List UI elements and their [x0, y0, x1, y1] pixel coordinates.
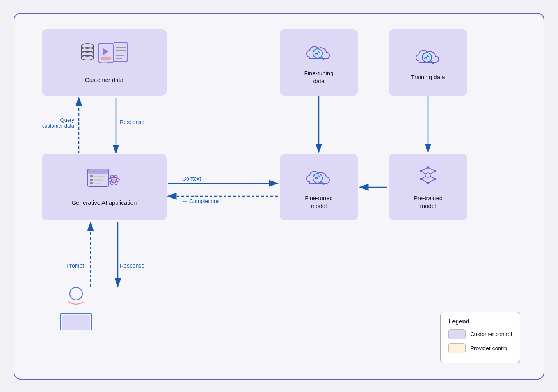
svg-rect-51 [62, 315, 90, 330]
gen-ai-app-label: Generative AI application [72, 199, 137, 207]
svg-rect-28 [94, 179, 103, 181]
legend-provider-box [448, 343, 466, 353]
legend-provider-item: Provider control [448, 343, 512, 353]
svg-rect-21 [87, 169, 109, 174]
response-top-label: Response [120, 119, 144, 125]
fine-tuned-model-node: Fine-tunedmodel [280, 154, 358, 220]
svg-point-47 [420, 178, 422, 180]
completions-label: ← Completions [182, 198, 220, 204]
svg-rect-26 [94, 176, 105, 177]
fine-tuned-model-icon [305, 165, 332, 191]
legend-customer-box [448, 329, 466, 339]
user-figure [57, 287, 103, 330]
legend: Legend Customer control Provider control [440, 312, 520, 363]
training-data-node: Training data [389, 29, 467, 96]
svg-rect-29 [90, 182, 93, 184]
legend-provider-label: Provider control [470, 345, 508, 351]
svg-point-49 [70, 287, 82, 300]
legend-title: Legend [448, 318, 512, 325]
svg-point-48 [420, 170, 422, 172]
prompt-label: Prompt [66, 263, 84, 269]
svg-point-23 [91, 170, 93, 172]
svg-rect-8 [101, 57, 111, 60]
fine-tuning-data-node: Fine-tuningdata [280, 29, 358, 96]
fine-tuning-data-icon [305, 41, 332, 66]
svg-point-46 [427, 182, 429, 184]
customer-data-label: Customer data [85, 76, 123, 84]
pre-trained-model-node: Pre-trainedmodel [389, 154, 467, 220]
svg-point-44 [434, 170, 436, 172]
gen-ai-app-node: Generative AI application [42, 154, 167, 220]
context-label: Context → [182, 176, 208, 182]
pre-trained-model-label: Pre-trainedmodel [414, 194, 442, 209]
training-data-label: Training data [411, 73, 445, 81]
svg-rect-25 [90, 175, 93, 177]
fine-tuned-model-label: Fine-tunedmodel [305, 194, 333, 209]
gen-ai-app-icon [87, 168, 122, 196]
diagram-container: Customer data Fine-tuningdata Trai [14, 13, 544, 380]
svg-point-35 [113, 179, 116, 181]
svg-point-22 [89, 170, 91, 172]
query-customer-data-label: Querycustomer data [37, 117, 74, 129]
training-data-icon [414, 44, 442, 70]
legend-customer-label: Customer control [470, 331, 512, 337]
customer-data-node: Customer data [42, 29, 167, 96]
svg-rect-27 [90, 179, 93, 181]
svg-point-43 [427, 166, 429, 169]
pre-trained-model-icon [416, 165, 441, 191]
svg-point-24 [94, 170, 95, 172]
customer-data-icon [79, 41, 130, 73]
legend-customer-item: Customer control [448, 329, 512, 339]
response-bottom-label: Response [120, 263, 144, 269]
svg-point-42 [426, 173, 430, 177]
fine-tuning-data-label: Fine-tuningdata [304, 69, 333, 85]
svg-point-45 [434, 178, 436, 180]
svg-rect-9 [101, 62, 107, 63]
svg-rect-30 [94, 183, 101, 184]
